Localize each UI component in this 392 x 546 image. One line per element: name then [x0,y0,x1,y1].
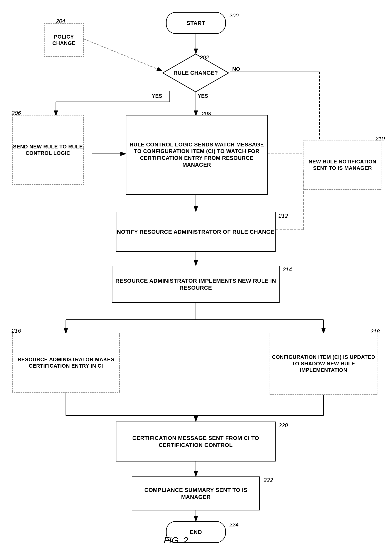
ref-210: 210 [375,136,385,142]
ref-206: 206 [12,110,21,116]
ref-218: 218 [370,328,380,335]
ref-212: 212 [279,213,288,219]
ref-222: 222 [263,477,273,483]
send-new-rule-node: SEND NEW RULE TO RULE CONTROL LOGIC [12,115,84,185]
yes-center-label: YES [198,93,208,99]
ref-220: 220 [279,422,288,429]
svg-line-3 [84,39,162,71]
no-label: NO [232,66,240,72]
ref-200: 200 [229,12,239,19]
resource-admin-certification-node: RESOURCE ADMINISTRATOR MAKES CERTIFICATI… [12,333,120,393]
flowchart-diagram: START 200 POLICY CHANGE 204 RULE CHANGE?… [0,0,392,546]
yes-left-label: YES [152,93,162,99]
new-rule-notification-node: NEW RULE NOTIFICATION SENT TO IS MANAGER [303,140,381,190]
ref-214: 214 [283,266,292,273]
ref-204: 204 [56,18,65,24]
certification-message-node: CERTIFICATION MESSAGE SENT FROM CI TO CE… [116,422,276,462]
ci-updated-node: CONFIGURATION ITEM (CI) IS UPDATED TO SH… [270,333,377,395]
figure-label: FIG. 2 [164,535,188,546]
policy-change-node: POLICY CHANGE [44,23,84,57]
notify-resource-admin-node: NOTIFY RESOURCE ADMINISTRATOR OF RULE CH… [116,212,276,252]
start-node: START [166,12,226,34]
compliance-summary-node: COMPLIANCE SUMMARY SENT TO IS MANAGER [132,476,260,510]
resource-admin-implements-node: RESOURCE ADMINISTRATOR IMPLEMENTS NEW RU… [112,266,280,303]
ref-224: 224 [229,521,239,528]
ref-202: 202 [200,54,209,61]
rule-control-logic-node: RULE CONTROL LOGIC SENDS WATCH MESSAGE T… [126,115,268,195]
ref-216: 216 [12,328,21,334]
ref-208: 208 [202,110,211,117]
rule-change-diamond: RULE CHANGE? [162,54,230,92]
